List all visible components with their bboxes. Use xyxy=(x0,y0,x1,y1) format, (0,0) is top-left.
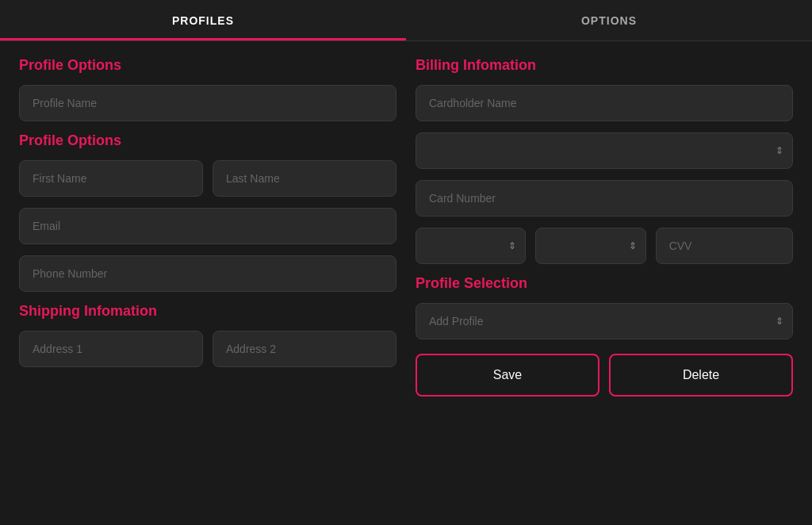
card-number-input[interactable] xyxy=(416,180,793,217)
add-profile-wrapper: Add Profile xyxy=(416,303,793,339)
cardholder-name-input[interactable] xyxy=(416,85,793,121)
card-type-wrapper: Visa Mastercard Amex xyxy=(416,132,793,169)
nav-tabs: PROFILES OPTIONS xyxy=(0,0,812,41)
card-type-select[interactable]: Visa Mastercard Amex xyxy=(416,132,793,169)
delete-button[interactable]: Delete xyxy=(609,354,793,397)
address2-input[interactable] xyxy=(213,331,396,367)
shipping-info-section: Shipping Infomation xyxy=(19,303,396,320)
shipping-info-title: Shipping Infomation xyxy=(19,303,396,320)
last-name-input[interactable] xyxy=(213,160,396,197)
expiry-year-wrapper: 2024 2025 2026 2027 2028 xyxy=(535,228,645,264)
email-input[interactable] xyxy=(19,208,396,244)
expiry-month-select[interactable]: 01 02 03 04 05 06 07 08 09 10 11 12 xyxy=(416,228,526,264)
billing-info-title: Billing Infomation xyxy=(416,57,793,74)
tab-profiles[interactable]: PROFILES xyxy=(0,0,406,40)
name-row xyxy=(19,160,396,197)
cvv-input[interactable] xyxy=(656,228,793,264)
address1-input[interactable] xyxy=(19,331,203,367)
expiry-month-wrapper: 01 02 03 04 05 06 07 08 09 10 11 12 xyxy=(416,228,526,264)
tab-options-label: OPTIONS xyxy=(581,14,637,27)
profile-name-input[interactable] xyxy=(19,85,396,121)
phone-input[interactable] xyxy=(19,255,396,292)
right-panel: Billing Infomation Visa Mastercard Amex … xyxy=(416,57,793,509)
add-profile-select[interactable]: Add Profile xyxy=(416,303,793,339)
profile-options-2-title: Profile Options xyxy=(19,132,396,149)
tab-profiles-label: PROFILES xyxy=(172,14,234,27)
profile-options-1-title: Profile Options xyxy=(19,57,396,74)
action-buttons: Save Delete xyxy=(416,354,793,397)
profile-selection-section: Profile Selection xyxy=(416,275,793,292)
tab-options[interactable]: OPTIONS xyxy=(406,0,812,40)
expiry-year-select[interactable]: 2024 2025 2026 2027 2028 xyxy=(535,228,645,264)
address-row xyxy=(19,331,396,367)
billing-info-section: Billing Infomation xyxy=(416,57,793,74)
left-panel: Profile Options Profile Options Shipping… xyxy=(19,57,396,509)
save-button[interactable]: Save xyxy=(416,354,599,397)
profile-options-2-section: Profile Options xyxy=(19,132,396,149)
expiry-cvv-row: 01 02 03 04 05 06 07 08 09 10 11 12 2 xyxy=(416,228,793,264)
first-name-input[interactable] xyxy=(19,160,203,197)
main-content: Profile Options Profile Options Shipping… xyxy=(0,41,812,525)
profile-selection-title: Profile Selection xyxy=(416,275,793,292)
profile-options-1-section: Profile Options xyxy=(19,57,396,74)
